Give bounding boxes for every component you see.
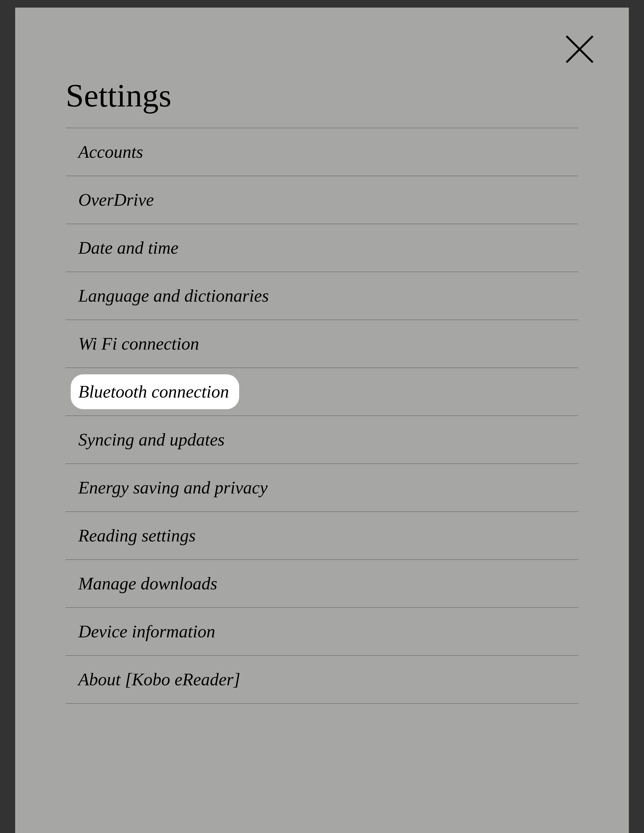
close-button[interactable] — [563, 33, 596, 66]
close-icon — [563, 33, 596, 66]
settings-item-accounts[interactable]: Accounts — [66, 128, 578, 176]
content-area: Settings AccountsOverDriveDate and timeL… — [15, 18, 629, 704]
settings-item-syncing-and-updates[interactable]: Syncing and updates — [66, 416, 578, 464]
settings-item-label: Bluetooth connection — [71, 374, 239, 409]
settings-item-label: Energy saving and privacy — [78, 475, 268, 500]
settings-item-label: Wi Fi connection — [78, 331, 199, 356]
settings-item-manage-downloads[interactable]: Manage downloads — [66, 560, 578, 608]
settings-item-date-and-time[interactable]: Date and time — [66, 224, 578, 272]
page-title: Settings — [66, 76, 578, 115]
settings-item-overdrive[interactable]: OverDrive — [66, 176, 578, 224]
settings-item-label: Reading settings — [78, 523, 196, 548]
settings-item-label: Device information — [78, 619, 215, 644]
settings-list: AccountsOverDriveDate and timeLanguage a… — [66, 128, 578, 704]
settings-item-language-and-dictionaries[interactable]: Language and dictionaries — [66, 272, 578, 320]
settings-item-label: Date and time — [78, 235, 179, 260]
settings-item-energy-saving-and-privacy[interactable]: Energy saving and privacy — [66, 464, 578, 512]
settings-item-wi-fi-connection[interactable]: Wi Fi connection — [66, 320, 578, 368]
settings-item-label: About [Kobo eReader] — [78, 667, 240, 692]
settings-item-reading-settings[interactable]: Reading settings — [66, 512, 578, 560]
settings-item-device-information[interactable]: Device information — [66, 608, 578, 656]
settings-item-label: Manage downloads — [78, 571, 217, 596]
settings-item-about-kobo-ereader[interactable]: About [Kobo eReader] — [66, 656, 578, 704]
settings-item-label: OverDrive — [78, 188, 154, 212]
settings-item-label: Language and dictionaries — [78, 283, 269, 308]
settings-panel: Settings AccountsOverDriveDate and timeL… — [15, 8, 629, 833]
settings-item-label: Syncing and updates — [78, 427, 224, 452]
settings-item-bluetooth-connection[interactable]: Bluetooth connection — [66, 368, 578, 416]
settings-item-label: Accounts — [78, 140, 143, 164]
